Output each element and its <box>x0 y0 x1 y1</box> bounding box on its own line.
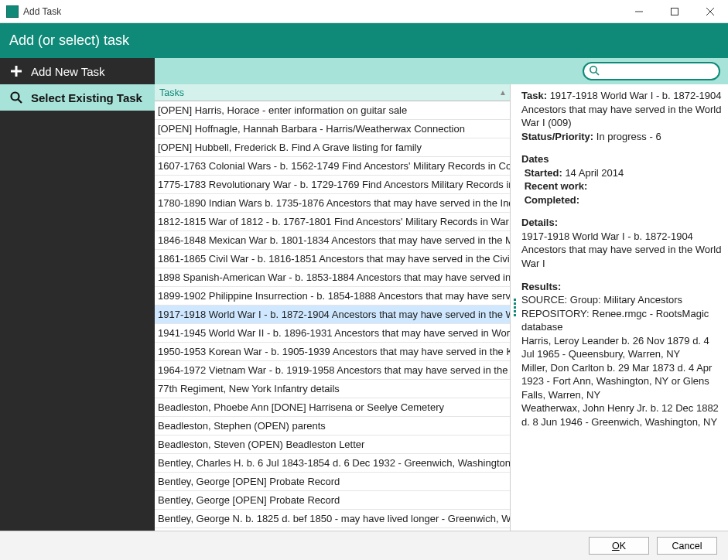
task-row[interactable]: 1950-1953 Korean War - b. 1905-1939 Ance… <box>155 343 510 361</box>
page-title: Add (or select) task <box>9 32 129 49</box>
task-list-pane: Tasks ▲ [OPEN] Harris, Horace - enter in… <box>155 84 511 531</box>
detail-started-label: Started: <box>525 167 562 179</box>
detail-details-label: Details: <box>521 217 558 228</box>
detail-results-value: SOURCE: Group: Military AncestorsREPOSIT… <box>521 294 719 428</box>
search-icon <box>589 65 600 76</box>
detail-status-label: Status/Priority: <box>521 131 593 142</box>
detail-dates-label: Dates <box>521 153 549 165</box>
splitter-dot <box>514 314 516 316</box>
splitter-dot <box>514 306 516 309</box>
search-input[interactable] <box>583 62 720 80</box>
close-icon <box>706 8 714 15</box>
splitter-dot <box>514 299 516 301</box>
search-row <box>155 58 728 84</box>
window-title: Add Task <box>23 6 621 17</box>
task-row[interactable]: Bentley, George [OPEN] Probate Record <box>155 491 510 510</box>
task-row[interactable]: 1917-1918 World War I - b. 1872-1904 Anc… <box>155 306 510 324</box>
task-row[interactable]: 1775-1783 Revolutionary War - b. 1729-17… <box>155 176 510 194</box>
search-icon <box>9 90 23 104</box>
sidebar: Add New Task Select Existing Task <box>0 58 155 531</box>
dialog-footer: OK Cancel <box>0 531 728 560</box>
task-row[interactable]: 1861-1865 Civil War - b. 1816-1851 Ances… <box>155 250 510 268</box>
minimize-icon <box>635 8 643 15</box>
task-row[interactable]: 1964-1972 Vietnam War - b. 1919-1958 Anc… <box>155 361 510 380</box>
plus-icon <box>9 64 23 78</box>
right-pane: Tasks ▲ [OPEN] Harris, Horace - enter in… <box>155 58 728 531</box>
task-row[interactable]: Bentley, George N. b. 1825 d. bef 1850 -… <box>155 510 510 528</box>
task-detail-pane: Task: 1917-1918 World War I - b. 1872-19… <box>518 84 728 531</box>
sidebar-item-select-existing-task[interactable]: Select Existing Task <box>0 84 155 111</box>
page-header: Add (or select) task <box>0 23 728 58</box>
maximize-icon <box>671 8 678 15</box>
detail-results-label: Results: <box>521 281 561 292</box>
maximize-button[interactable] <box>657 0 692 23</box>
ok-button[interactable]: OK <box>589 537 649 555</box>
close-button[interactable] <box>692 0 728 23</box>
splitter-handle[interactable] <box>511 84 518 531</box>
detail-task-label: Task: <box>521 90 547 101</box>
svg-line-7 <box>19 100 22 104</box>
task-row[interactable]: 1846-1848 Mexican War b. 1801-1834 Ances… <box>155 231 510 250</box>
detail-task-block: Task: 1917-1918 World War I - b. 1872-19… <box>521 89 722 143</box>
content-split: Tasks ▲ [OPEN] Harris, Horace - enter in… <box>155 84 728 531</box>
task-row[interactable]: [OPEN] Harris, Horace - enter informatio… <box>155 101 510 120</box>
cancel-button[interactable]: Cancel <box>657 537 717 555</box>
detail-completed-label: Completed: <box>525 194 580 206</box>
detail-task-value: 1917-1918 World War I - b. 1872-1904 Anc… <box>521 90 721 128</box>
detail-details-block: Details: 1917-1918 World War I - b. 1872… <box>521 216 722 270</box>
task-row[interactable]: 77th Regiment, New York Infantry details <box>155 380 510 398</box>
splitter-dot <box>514 310 516 312</box>
sort-ascending-icon: ▲ <box>499 88 510 97</box>
detail-recent-label: Recent work: <box>525 180 588 192</box>
minimize-button[interactable] <box>621 0 657 23</box>
detail-status-value: In progress - 6 <box>596 131 661 142</box>
task-row[interactable]: Beadleston, Steven (OPEN) Beadleston Let… <box>155 435 510 454</box>
svg-point-8 <box>590 67 596 73</box>
sidebar-item-label: Select Existing Task <box>31 91 142 104</box>
task-list-header[interactable]: Tasks ▲ <box>155 84 510 101</box>
app-icon <box>6 5 19 18</box>
column-header-tasks[interactable]: Tasks <box>155 87 499 98</box>
task-row[interactable]: 1780-1890 Indian Wars b. 1735-1876 Ances… <box>155 194 510 213</box>
detail-started-value: 14 April 2014 <box>565 167 624 179</box>
task-row[interactable]: 1941-1945 World War II - b. 1896-1931 An… <box>155 324 510 343</box>
sidebar-item-add-new-task[interactable]: Add New Task <box>0 58 155 84</box>
task-list-body[interactable]: [OPEN] Harris, Horace - enter informatio… <box>155 101 510 531</box>
search-wrap <box>583 62 720 80</box>
svg-point-6 <box>12 93 19 101</box>
detail-details-value: 1917-1918 World War I - b. 1872-1904 Anc… <box>521 230 721 269</box>
splitter-dot <box>514 302 516 305</box>
task-row[interactable]: [OPEN] Hoffnagle, Hannah Barbara - Harri… <box>155 120 510 138</box>
ok-rest: K <box>620 541 626 551</box>
task-row[interactable]: 1898 Spanish-American War - b. 1853-1884… <box>155 268 510 287</box>
sidebar-item-label: Add New Task <box>31 65 105 78</box>
titlebar: Add Task <box>0 0 728 23</box>
svg-line-9 <box>596 72 599 75</box>
task-row[interactable]: 1899-1902 Philippine Insurrection - b. 1… <box>155 287 510 306</box>
task-row[interactable]: [OPEN] Hubbell, Frederick B. Find A Grav… <box>155 138 510 157</box>
task-row[interactable]: Bentley, George [OPEN] Probate Record <box>155 473 510 491</box>
task-row[interactable]: 1607-1763 Colonial Wars - b. 1562-1749 F… <box>155 157 510 176</box>
svg-rect-1 <box>672 8 678 15</box>
task-row[interactable]: Beadleston, Stephen (OPEN) parents <box>155 417 510 435</box>
detail-dates-block: Dates Started: 14 April 2014 Recent work… <box>521 152 722 207</box>
main-area: Add New Task Select Existing Task <box>0 58 728 531</box>
task-row[interactable]: Bentley, Charles H. b. 6 Jul 1843-1854 d… <box>155 454 510 473</box>
task-row[interactable]: Beadleston, Phoebe Ann [DONE] Harrisena … <box>155 398 510 417</box>
task-row[interactable]: 1812-1815 War of 1812 - b. 1767-1801 Fin… <box>155 213 510 231</box>
detail-results-block: Results: SOURCE: Group: Military Ancesto… <box>521 280 722 429</box>
